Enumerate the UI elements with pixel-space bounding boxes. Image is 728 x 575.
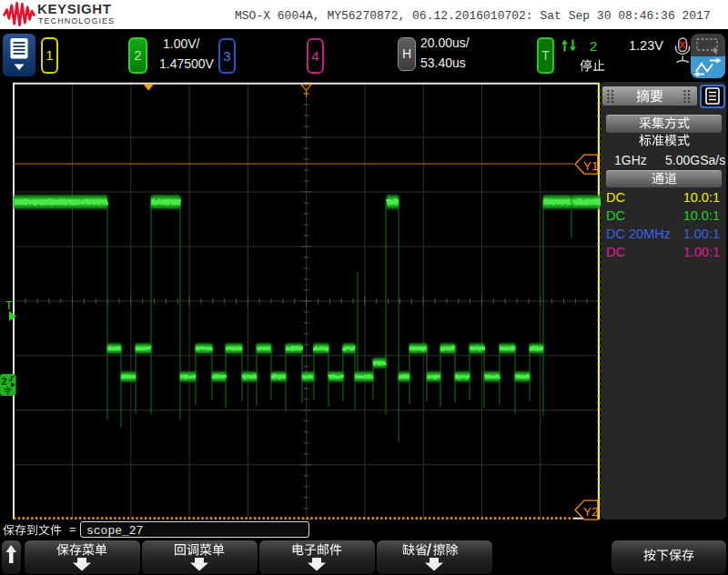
svg-text:T: T	[5, 298, 13, 312]
svg-text:Y2: Y2	[583, 505, 599, 519]
svg-text:2: 2	[2, 376, 7, 387]
svg-text:Y1: Y1	[583, 159, 599, 173]
